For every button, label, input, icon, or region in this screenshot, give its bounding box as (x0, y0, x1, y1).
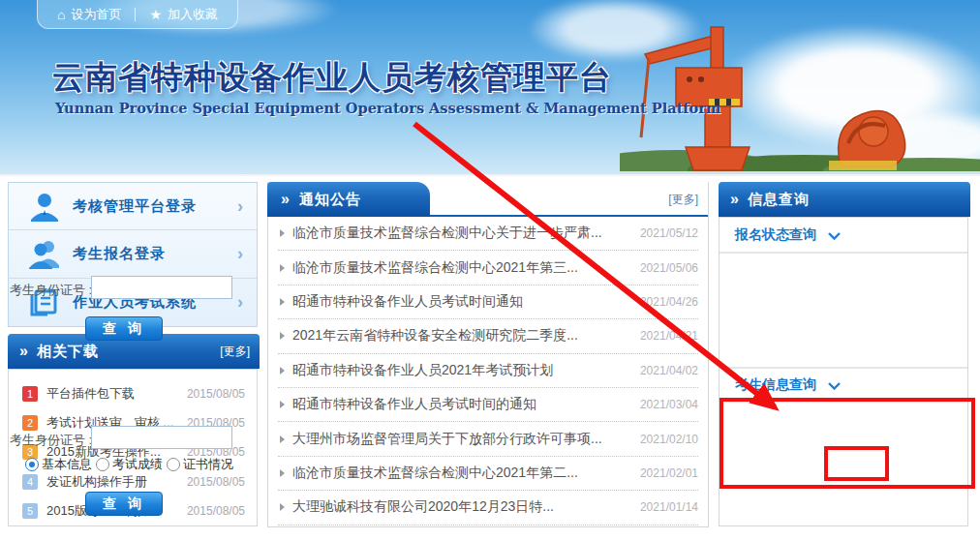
bullet-arrow-icon (280, 367, 285, 375)
radio-label: 考试成绩 (112, 456, 163, 473)
notices-title: 通知公告 (299, 191, 361, 209)
star-icon: ★ (149, 8, 162, 21)
id-number-input[interactable] (91, 426, 232, 449)
rank-badge: 1 (22, 386, 38, 402)
notice-title[interactable]: 昭通市特种设备作业人员考试时间的通知 (292, 396, 630, 413)
bullet-arrow-icon (280, 435, 285, 443)
query-button[interactable]: 查 询 (85, 492, 163, 516)
section-candidate-info[interactable]: 考生信息查询 (720, 367, 967, 403)
rank-badge: 4 (22, 474, 38, 490)
bullet-arrow-icon (280, 264, 285, 272)
notice-item[interactable]: 2021年云南省特种设备安全检测研究院二季度... 2021/04/21 (278, 319, 698, 353)
id-number-label: 考生身份证号 : (10, 282, 92, 299)
login-item-platform[interactable]: 考核管理平台登录 › (9, 183, 257, 230)
chevron-down-icon (828, 382, 841, 390)
notice-title[interactable]: 临沧市质量技术监督综合检测中心2021年第三... (292, 259, 630, 277)
site-subtitle: Yunnan Province Special Equipment Operat… (55, 100, 720, 116)
notice-date: 2021/04/26 (640, 295, 698, 309)
radio-label: 基本信息 (42, 456, 92, 473)
notice-date: 2021/02/01 (640, 466, 698, 480)
notice-item[interactable]: 临沧市质量技术监督综合检测中心2021年第三... 2021/05/06 (278, 251, 698, 285)
notice-item[interactable]: 昭通市特种设备作业人员考试时间通知 2021/04/26 (278, 285, 698, 319)
radio-label: 证书情况 (183, 456, 233, 473)
add-favorite-button[interactable]: ★ 加入收藏 (149, 6, 218, 23)
query-header: » 信息查询 (719, 182, 970, 217)
radio-icon[interactable] (96, 458, 109, 471)
notice-date: 2021/01/14 (640, 500, 698, 514)
rank-badge: 2 (22, 415, 38, 431)
notice-title[interactable]: 昭通市特种设备作业人员2021年考试预计划 (292, 362, 630, 379)
home-icon: ⌂ (57, 8, 65, 21)
notice-title[interactable]: 大理驰诚科技有限公司2020年12月23日特... (292, 498, 630, 516)
chevron-right-icon: › (237, 244, 243, 264)
notice-date: 2021/04/21 (640, 329, 698, 343)
query-button[interactable]: 查 询 (85, 316, 163, 341)
download-date: 2015/08/05 (187, 387, 245, 401)
download-date: 2015/08/05 (187, 504, 245, 518)
download-title[interactable]: 发证机构操作手册 (46, 473, 181, 491)
double-arrow-icon: » (281, 191, 290, 208)
notices-tab[interactable]: » 通知公告 (267, 182, 430, 217)
bullet-arrow-icon (280, 503, 285, 511)
users-icon (28, 237, 73, 270)
id-number-label: 考生身份证号 : (10, 432, 92, 449)
set-homepage-label: 设为首页 (71, 6, 121, 23)
radio-icon[interactable] (25, 458, 39, 471)
notices-more-link[interactable]: [更多] (668, 192, 698, 208)
notice-item[interactable]: 大理州市场监督管理局关于下放部分行政许可事项... 2021/02/10 (278, 422, 698, 456)
section-registration-status[interactable]: 报名状态查询 (720, 218, 967, 254)
section-title: 考生信息查询 (735, 376, 816, 394)
chevron-right-icon: › (237, 196, 243, 217)
chevron-right-icon: › (237, 292, 243, 313)
login-item-candidate[interactable]: 考生报名登录 › (9, 230, 257, 278)
downloads-title: 相关下载 (37, 343, 99, 361)
bullet-arrow-icon (280, 332, 285, 340)
topbar: ⌂ 设为首页 ★ 加入收藏 (37, 0, 238, 29)
bullet-arrow-icon (280, 229, 285, 237)
notice-title[interactable]: 临沧市质量技术监督综合检测中心关于进一步严肃... (292, 225, 630, 242)
login-menu: 考核管理平台登录 › 考生报名登录 › 作业人员考试系统 › (8, 182, 258, 327)
radio-icon[interactable] (167, 458, 180, 471)
downloads-more-link[interactable]: [更多] (220, 344, 250, 360)
download-item[interactable]: 1 平台插件包下载 2015/08/05 (9, 379, 257, 408)
set-homepage-button[interactable]: ⌂ 设为首页 (57, 6, 121, 23)
notice-item[interactable]: 昭通市特种设备作业人员考试时间的通知 2021/03/04 (278, 388, 698, 422)
bullet-arrow-icon (280, 469, 285, 477)
radio-certificate-status[interactable]: 证书情况 (167, 456, 233, 473)
notice-item[interactable]: 大理驰诚科技有限公司2020年12月23日特... 2021/01/14 (278, 491, 698, 525)
user-icon (28, 190, 73, 223)
query-type-radio-group: 基本信息 考试成绩 证书情况 (25, 456, 233, 473)
notice-date: 2021/03/04 (640, 398, 698, 411)
notice-date: 2021/05/12 (640, 226, 698, 240)
double-arrow-icon: » (19, 343, 28, 360)
notice-date: 2021/02/10 (640, 433, 698, 446)
notice-title[interactable]: 临沧市质量技术监督综合检测中心2021年第二... (292, 465, 630, 482)
bullet-arrow-icon (280, 401, 285, 408)
notices-panel: » 通知公告 [更多] 临沧市质量技术监督综合检测中心关于进一步严肃... 20… (267, 182, 709, 527)
divider (135, 8, 136, 21)
download-title[interactable]: 平台插件包下载 (46, 385, 181, 403)
site-title: 云南省特种设备作业人员考核管理平台 (52, 56, 612, 100)
notice-title[interactable]: 大理州市场监督管理局关于下放部分行政许可事项... (292, 431, 630, 448)
port-crane-photo (620, 19, 980, 176)
notice-date: 2021/05/06 (640, 261, 698, 275)
notice-title[interactable]: 昭通市特种设备作业人员考试时间通知 (292, 293, 630, 311)
notices-header: » 通知公告 [更多] (268, 182, 708, 217)
notice-item[interactable]: 昭通市特种设备作业人员2021年考试预计划 2021/04/02 (278, 354, 698, 388)
banner: ⌂ 设为首页 ★ 加入收藏 云南省特种设备作业人员考核管理平台 Yunnan P… (0, 0, 980, 176)
radio-basic-info[interactable]: 基本信息 (25, 456, 92, 473)
bullet-arrow-icon (280, 298, 285, 306)
add-favorite-label: 加入收藏 (168, 6, 218, 23)
id-number-input[interactable] (91, 276, 232, 299)
login-item-label: 考核管理平台登录 (73, 197, 237, 216)
query-title: 信息查询 (748, 191, 810, 209)
notice-item[interactable]: 临沧市质量技术监督综合检测中心2021年第二... 2021/02/01 (278, 457, 698, 491)
download-date: 2015/08/05 (187, 475, 245, 489)
login-item-label: 考生报名登录 (73, 245, 237, 263)
notice-item[interactable]: 临沧市质量技术监督综合检测中心关于进一步严肃... 2021/05/12 (278, 217, 698, 251)
notice-title[interactable]: 2021年云南省特种设备安全检测研究院二季度... (292, 327, 630, 345)
rank-badge: 5 (22, 503, 38, 519)
radio-exam-score[interactable]: 考试成绩 (96, 456, 163, 473)
section-title: 报名状态查询 (735, 226, 816, 244)
page: ⌂ 设为首页 ★ 加入收藏 云南省特种设备作业人员考核管理平台 Yunnan P… (0, 0, 980, 540)
